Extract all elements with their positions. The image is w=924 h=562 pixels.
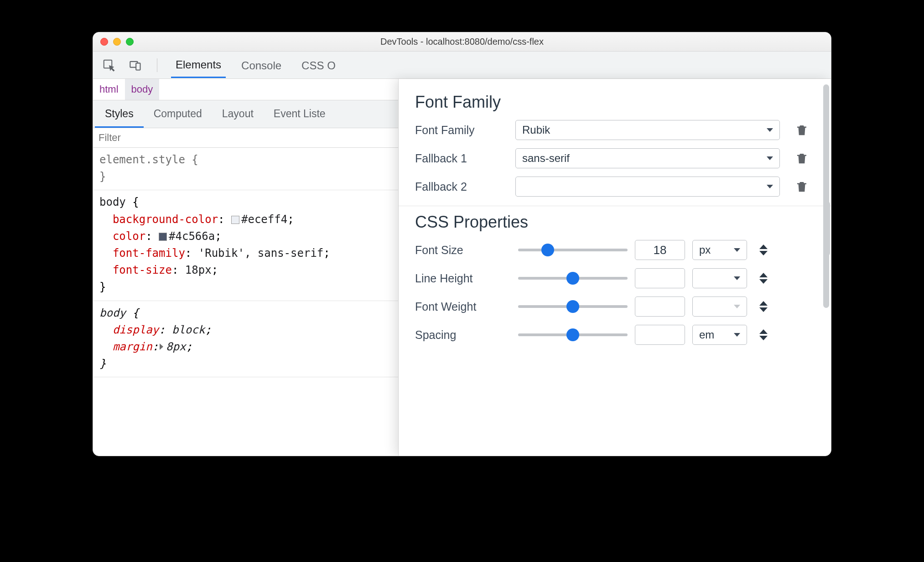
font-size-unit-select[interactable]: px [692, 240, 747, 260]
svg-rect-2 [136, 63, 140, 70]
toggle-device-toolbar-icon[interactable] [128, 57, 143, 73]
font-size-label: Font Size [415, 244, 511, 257]
css-value: 18px [185, 264, 212, 276]
font-weight-label: Font Weight [415, 300, 511, 313]
chevron-up-icon[interactable] [759, 329, 768, 334]
chevron-down-icon[interactable] [759, 251, 768, 255]
devtools-window: DevTools - localhost:8080/demo/css-flex … [93, 32, 831, 456]
select-value: sans-serif [522, 152, 570, 165]
subtab-layout[interactable]: Layout [212, 100, 264, 128]
inspect-element-icon[interactable] [101, 57, 117, 73]
tabbar-divider [157, 58, 157, 72]
line-height-label: Line Height [415, 272, 511, 285]
window-scrollbar[interactable] [824, 201, 830, 256]
subtab-computed[interactable]: Computed [144, 100, 212, 128]
tab-elements[interactable]: Elements [171, 52, 226, 78]
css-prop: font-size [113, 264, 172, 276]
fallback-2-select[interactable] [515, 177, 780, 197]
window-title: DevTools - localhost:8080/demo/css-flex [93, 36, 831, 47]
rule-body-1[interactable]: body { background-color: #eceff4; color:… [93, 190, 398, 301]
css-prop: font-family [113, 247, 185, 260]
font-weight-input[interactable] [635, 297, 685, 317]
trash-icon[interactable] [795, 123, 809, 137]
css-prop: display [113, 323, 159, 336]
spacing-slider[interactable] [518, 333, 628, 336]
font-weight-stepper[interactable] [754, 301, 773, 312]
slider-thumb[interactable] [566, 300, 579, 313]
tab-console[interactable]: Console [237, 53, 286, 78]
font-weight-row: Font Weight [415, 297, 815, 317]
section-title-css-properties: CSS Properties [415, 213, 815, 232]
trash-icon[interactable] [795, 180, 809, 193]
subtab-styles[interactable]: Styles [95, 100, 144, 128]
slider-thumb[interactable] [541, 244, 554, 256]
section-title-font-family: Font Family [415, 93, 815, 112]
expand-shorthand-icon[interactable] [160, 343, 163, 350]
line-height-unit-select[interactable] [692, 268, 747, 288]
css-value: #eceff4 [241, 213, 287, 226]
font-weight-unit-select[interactable] [692, 297, 747, 317]
chevron-up-icon[interactable] [759, 245, 768, 249]
tab-css-overview[interactable]: CSS O [297, 53, 340, 78]
fallback-2-label: Fallback 2 [415, 180, 506, 193]
selector: body [99, 196, 126, 208]
select-value: em [699, 328, 714, 341]
color-swatch-icon[interactable] [231, 216, 239, 224]
subtab-event-listeners[interactable]: Event Liste [264, 100, 336, 128]
spacing-label: Spacing [415, 328, 511, 342]
select-value: Rubik [522, 124, 550, 136]
styles-filter-input[interactable] [99, 132, 393, 144]
chevron-up-icon[interactable] [759, 273, 768, 277]
fallback-1-label: Fallback 1 [415, 152, 506, 165]
css-prop: background-color [113, 213, 218, 226]
css-value: #4c566a [169, 230, 215, 243]
spacing-input[interactable] [635, 325, 685, 345]
line-height-slider[interactable] [518, 277, 628, 280]
chevron-down-icon[interactable] [759, 336, 768, 340]
select-value: px [699, 244, 711, 256]
chevron-down-icon[interactable] [759, 307, 768, 312]
line-height-input[interactable] [635, 268, 685, 288]
dom-breadcrumbs: html body [93, 79, 398, 100]
css-prop: margin [113, 340, 152, 353]
crumb-html[interactable]: html [93, 79, 125, 100]
fallback-1-row: Fallback 1 sans-serif [415, 148, 815, 168]
selector: body [99, 307, 126, 319]
rule-element-style[interactable]: element.style { } [93, 148, 398, 190]
font-family-select[interactable]: Rubik [515, 120, 780, 140]
slider-thumb[interactable] [566, 328, 579, 341]
chevron-down-icon[interactable] [759, 279, 768, 284]
spacing-stepper[interactable] [754, 329, 773, 340]
line-height-stepper[interactable] [754, 273, 773, 284]
font-size-row: Font Size px [415, 240, 815, 260]
css-value: 'Rubik', sans-serif [198, 247, 324, 260]
selector: element.style [99, 153, 185, 166]
zoom-window-button[interactable] [126, 38, 134, 46]
fallback-1-select[interactable]: sans-serif [515, 148, 780, 168]
titlebar: DevTools - localhost:8080/demo/css-flex [93, 32, 831, 52]
close-window-button[interactable] [100, 38, 108, 46]
crumb-body[interactable]: body [125, 79, 160, 100]
chevron-up-icon[interactable] [759, 301, 768, 306]
font-size-slider[interactable] [518, 249, 628, 251]
font-weight-slider[interactable] [518, 305, 628, 308]
font-size-input[interactable] [635, 240, 685, 260]
font-family-row: Font Family Rubik [415, 120, 815, 140]
css-prop: color [113, 230, 145, 243]
color-swatch-icon[interactable] [159, 233, 167, 241]
trash-icon[interactable] [795, 151, 809, 165]
styles-subtabs: Styles Computed Layout Event Liste [93, 100, 398, 128]
styles-pane: html body Styles Computed Layout Event L… [93, 79, 399, 456]
devtools-tabbar: Elements Console CSS O [93, 52, 831, 79]
rule-body-ua[interactable]: body { display: block; margin:8px; } [93, 301, 398, 378]
css-value: 8px [166, 340, 186, 353]
spacing-row: Spacing em [415, 325, 815, 345]
content-area: html body Styles Computed Layout Event L… [93, 79, 831, 456]
window-traffic-lights [93, 38, 134, 46]
font-size-stepper[interactable] [754, 245, 773, 255]
spacing-unit-select[interactable]: em [692, 325, 747, 345]
slider-thumb[interactable] [566, 272, 579, 285]
font-editor-panel: Font Family Font Family Rubik Fallback 1… [399, 79, 831, 456]
minimize-window-button[interactable] [113, 38, 121, 46]
popup-scrollbar[interactable] [823, 84, 829, 308]
